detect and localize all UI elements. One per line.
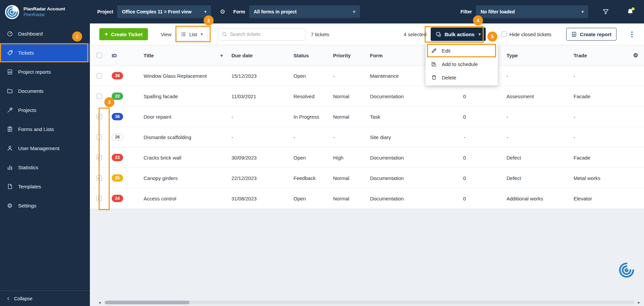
hide-closed-checkbox[interactable]: [501, 32, 506, 37]
ticket-title[interactable]: Canopy girders: [137, 175, 228, 181]
menu-item-delete[interactable]: Delete: [426, 71, 498, 84]
ticket-priority: Normal: [327, 196, 364, 201]
view-mode-dropdown[interactable]: List ▾: [176, 28, 207, 41]
column-header-status[interactable]: Status: [287, 53, 327, 58]
row-checkbox[interactable]: ✓: [97, 196, 102, 201]
column-header-type[interactable]: Type: [500, 53, 570, 58]
planradar-watermark-icon: [617, 261, 636, 280]
toolbar: + Create Ticket View List ▾ 7 tickets 4 …: [90, 23, 644, 45]
ticket-trade: -: [570, 134, 627, 140]
sidebar-item-statistics[interactable]: Statistics: [0, 158, 90, 177]
kebab-menu-icon[interactable]: ⋮: [629, 30, 635, 38]
row-checkbox[interactable]: [97, 73, 102, 78]
create-ticket-button[interactable]: + Create Ticket: [99, 28, 148, 40]
menu-item-add-to-schedule[interactable]: Add to schedule: [426, 57, 498, 71]
ticket-priority: -: [327, 73, 364, 79]
row-checkbox[interactable]: ✓: [97, 175, 102, 181]
ticket-title[interactable]: Cracks brick wall: [137, 155, 228, 161]
chevron-down-icon: ▾: [201, 32, 203, 37]
sidebar-item-tickets[interactable]: Tickets: [0, 43, 90, 62]
hide-closed-tickets-toggle[interactable]: Hide closed tickets: [501, 32, 551, 37]
filter-dropdown[interactable]: No filter loaded ▾: [476, 5, 588, 18]
collapse-button[interactable]: Collapse: [0, 291, 90, 306]
ticket-count: 0: [429, 155, 500, 161]
table-row[interactable]: 38 Window Glass Replacement 15/12/2023 O…: [90, 66, 644, 86]
search-tickets-box: [218, 28, 306, 41]
ticket-trade: Metal works: [570, 175, 627, 181]
dashboard-icon: [6, 30, 13, 37]
column-settings-gear-icon[interactable]: ⚙: [633, 53, 638, 58]
create-report-button[interactable]: Create report: [566, 28, 616, 41]
column-header-form[interactable]: Form: [364, 53, 429, 58]
sort-caret-icon[interactable]: ▾: [220, 53, 223, 58]
ticket-form: Documentation: [364, 94, 429, 99]
ticket-title[interactable]: Window Glass Replacement: [137, 73, 228, 79]
project-reports-icon: [6, 69, 13, 75]
table-row[interactable]: 22 Spalling facade 11/03/2021 Resolved N…: [90, 86, 644, 107]
sidebar-item-label: User Management: [18, 145, 59, 151]
ticket-form: Documentation: [364, 155, 429, 161]
ticket-title[interactable]: Spalling facade: [137, 94, 228, 99]
project-dropdown-value: Office Complex 11 > Front view: [122, 9, 191, 14]
ticket-id-badge: 22: [112, 93, 123, 100]
column-header-priority[interactable]: Priority: [327, 53, 364, 58]
sidebar-item-templates[interactable]: Templates: [0, 177, 90, 196]
ticket-id-badge: 26: [112, 133, 123, 141]
ticket-form: Task: [364, 114, 429, 120]
row-checkbox[interactable]: ✓: [97, 114, 102, 119]
column-header-trade[interactable]: Trade: [570, 53, 627, 58]
column-header-id[interactable]: ID: [108, 53, 137, 58]
notifications-bell-icon[interactable]: [627, 8, 634, 15]
ticket-form: Maintenance: [364, 73, 429, 79]
ticket-count: -: [429, 134, 500, 140]
ticket-trade: -: [570, 73, 627, 79]
ticket-due-date: 22/12/2023: [228, 175, 287, 181]
tickets-count: 7 tickets: [311, 32, 329, 37]
sidebar-item-forms-and-lists[interactable]: Forms and Lists: [0, 120, 90, 139]
account-name: PlanRadar: [23, 12, 65, 18]
scrollbar-thumb[interactable]: [105, 301, 190, 304]
project-dropdown[interactable]: Office Complex 11 > Front view ▾: [117, 5, 211, 18]
bulk-actions-button[interactable]: Bulk actions ▾: [431, 27, 486, 41]
form-dropdown[interactable]: All forms in project ▾: [249, 5, 360, 18]
table-row[interactable]: ✓ 25 Canopy girders 22/12/2023 Feedback …: [90, 168, 644, 188]
sidebar-item-label: Documents: [18, 88, 44, 94]
sidebar-item-projects[interactable]: Projects: [0, 101, 90, 120]
row-checkbox[interactable]: ✓: [97, 155, 102, 160]
ticket-status: Open: [287, 155, 327, 161]
tickets-icon: [6, 50, 13, 56]
column-header-title[interactable]: Title: [144, 53, 154, 58]
ticket-title[interactable]: Dismantle scaffolding: [137, 134, 228, 140]
scrollbar-track[interactable]: [104, 301, 635, 304]
table-row[interactable]: ✓ 23 Cracks brick wall 30/09/2023 Open H…: [90, 147, 644, 168]
sidebar-item-project-reports[interactable]: Project reports: [0, 62, 90, 81]
select-all-checkbox[interactable]: [97, 53, 102, 58]
sidebar-item-settings[interactable]: ⚙ Settings: [0, 196, 90, 215]
sidebar-item-dashboard[interactable]: Dashboard: [0, 24, 90, 43]
column-header-due-date[interactable]: Due date: [228, 53, 287, 58]
search-input[interactable]: [230, 32, 302, 37]
bulk-actions-icon: [436, 32, 441, 37]
sidebar-item-label: Dashboard: [18, 31, 43, 37]
table-row[interactable]: 26 Dismantle scaffolding - - - Site diar…: [90, 127, 644, 147]
project-settings-gear-icon[interactable]: ⚙: [220, 9, 225, 15]
ticket-title[interactable]: Door repaint: [137, 114, 228, 120]
table-row[interactable]: ✓ 36 Door repaint - In Progress Normal T…: [90, 107, 644, 127]
tickets-table: ID Title ▾ Due date Status Priority Form…: [90, 45, 644, 209]
form-label: Form: [233, 9, 245, 14]
scroll-right-icon[interactable]: ►: [637, 301, 641, 304]
ticket-id-badge: 23: [112, 154, 123, 161]
row-checkbox[interactable]: [97, 94, 102, 99]
account-header[interactable]: PlanRadar Account PlanRadar: [0, 0, 90, 24]
ticket-title[interactable]: Access control: [137, 196, 228, 201]
scroll-left-icon[interactable]: ◄: [98, 301, 101, 304]
table-row[interactable]: ✓ 24 Access control 31/08/2023 Open Norm…: [90, 188, 644, 209]
sidebar-item-documents[interactable]: Documents: [0, 81, 90, 101]
filter-funnel-icon[interactable]: [602, 8, 609, 15]
horizontal-scrollbar: ◄ ►: [90, 299, 644, 306]
ticket-id-badge: 38: [112, 72, 123, 79]
table-header-row: ID Title ▾ Due date Status Priority Form…: [90, 45, 644, 66]
menu-item-edit[interactable]: Edit: [426, 44, 498, 57]
sidebar-item-user-management[interactable]: User Management: [0, 139, 90, 158]
row-checkbox[interactable]: [97, 134, 102, 140]
